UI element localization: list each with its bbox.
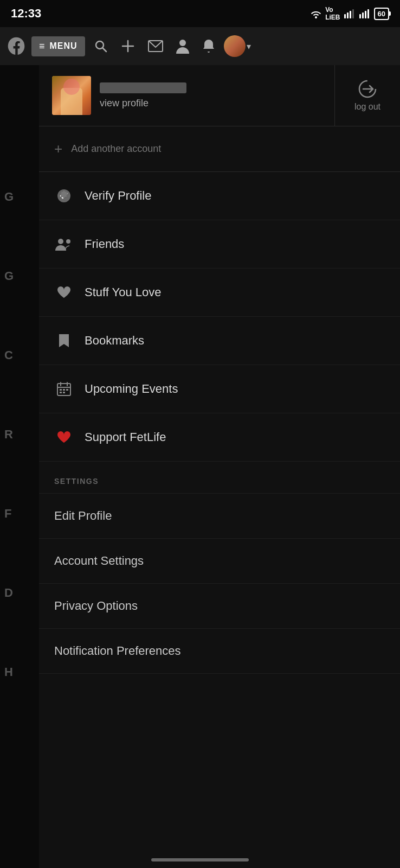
friends-label: Friends [85, 237, 124, 251]
user-avatar-dropdown[interactable]: ▾ [224, 35, 251, 57]
svg-rect-5 [362, 12, 364, 18]
svg-rect-26 [60, 392, 62, 393]
svg-rect-4 [359, 14, 361, 18]
menu-item-friends[interactable]: Friends [39, 220, 400, 269]
svg-rect-24 [63, 389, 65, 391]
svg-rect-25 [66, 389, 68, 391]
fetlife-logo[interactable] [5, 35, 27, 57]
logout-label: log out [354, 102, 380, 112]
messages-icon[interactable] [144, 36, 167, 56]
menu-item-stuff-you-love[interactable]: Stuff You Love [39, 269, 400, 317]
notification-preferences-label: Notification Preferences [54, 644, 181, 658]
add-account-plus-icon: + [54, 141, 62, 157]
signal-icon-1 [344, 9, 356, 18]
verify-label: Verify Profile [85, 189, 152, 203]
menu-panel: view profile log out + Add another accou… [39, 65, 400, 868]
svg-line-9 [102, 48, 106, 52]
profile-icon[interactable] [172, 34, 193, 58]
svg-point-13 [179, 40, 186, 46]
bookmarks-icon [54, 331, 74, 350]
status-time: 12:33 [11, 7, 41, 21]
settings-header: SETTINGS [39, 462, 400, 494]
svg-rect-3 [352, 9, 354, 18]
add-account-label: Add another account [71, 143, 161, 155]
carrier-label: VoLiEB [325, 6, 340, 21]
svg-rect-6 [365, 11, 366, 18]
top-nav: ≡ MENU [0, 27, 400, 65]
menu-item-upcoming-events[interactable]: Upcoming Events [39, 365, 400, 413]
bottom-spacer [39, 674, 400, 728]
background-content: G G C R F D H [0, 65, 41, 868]
svg-rect-7 [367, 9, 369, 18]
verify-icon [54, 186, 74, 206]
svg-point-18 [66, 239, 70, 244]
profile-section: view profile log out [39, 65, 400, 126]
support-icon [54, 427, 74, 447]
status-icons: VoLiEB 60 [310, 6, 389, 21]
edit-profile-label: Edit Profile [54, 509, 112, 523]
avatar-chevron-icon: ▾ [247, 41, 251, 52]
wifi-icon [310, 9, 322, 18]
logout-section[interactable]: log out [335, 65, 400, 126]
profile-username-blurred [100, 82, 186, 93]
home-indicator [151, 858, 249, 861]
add-post-icon[interactable] [117, 35, 139, 58]
search-icon[interactable] [89, 35, 112, 58]
stuff-you-love-label: Stuff You Love [85, 285, 162, 299]
menu-label: MENU [50, 41, 78, 51]
svg-point-17 [58, 239, 63, 244]
privacy-options-label: Privacy Options [54, 599, 138, 613]
menu-item-bookmarks[interactable]: Bookmarks [39, 317, 400, 365]
profile-info[interactable]: view profile [39, 65, 335, 126]
settings-item-privacy[interactable]: Privacy Options [39, 584, 400, 629]
svg-rect-27 [63, 392, 65, 393]
profile-text: view profile [100, 82, 186, 109]
add-account-row[interactable]: + Add another account [39, 126, 400, 172]
friends-icon [54, 234, 74, 254]
view-profile-link[interactable]: view profile [100, 98, 186, 109]
menu-button[interactable]: ≡ MENU [31, 36, 85, 56]
account-settings-label: Account Settings [54, 554, 144, 568]
settings-item-account[interactable]: Account Settings [39, 539, 400, 584]
profile-avatar [52, 76, 91, 115]
bookmarks-label: Bookmarks [85, 334, 144, 348]
svg-rect-1 [347, 12, 349, 18]
svg-rect-2 [350, 11, 351, 18]
calendar-icon [54, 379, 74, 399]
svg-rect-0 [344, 14, 346, 18]
battery-icon: 60 [374, 8, 389, 20]
menu-item-verify[interactable]: Verify Profile [39, 172, 400, 220]
logout-icon [358, 79, 377, 99]
settings-item-edit-profile[interactable]: Edit Profile [39, 494, 400, 539]
menu-item-support[interactable]: Support FetLife [39, 413, 400, 462]
support-label: Support FetLife [85, 430, 166, 444]
svg-rect-23 [60, 389, 62, 391]
stuff-you-love-icon [54, 283, 74, 302]
upcoming-events-label: Upcoming Events [85, 382, 178, 396]
notifications-icon[interactable] [198, 34, 220, 58]
signal-icon-2 [359, 9, 371, 18]
status-bar: 12:33 VoLiEB 60 [0, 0, 400, 27]
settings-item-notifications[interactable]: Notification Preferences [39, 629, 400, 674]
